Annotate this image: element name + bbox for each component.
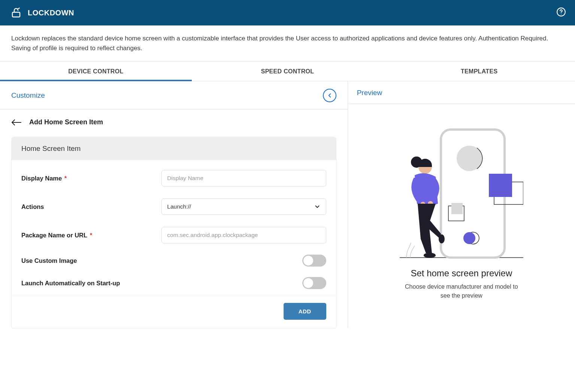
app-header: LOCKDOWN [0, 0, 575, 25]
svg-rect-0 [12, 12, 20, 17]
row-display-name: Display Name * [21, 164, 326, 192]
auto-launch-toggle[interactable] [302, 277, 326, 289]
card-title: Home Screen Item [12, 137, 336, 160]
svg-rect-8 [489, 174, 512, 197]
svg-rect-10 [451, 203, 463, 214]
app-title: LOCKDOWN [28, 9, 74, 17]
tab-templates[interactable]: TEMPLATES [383, 61, 575, 81]
custom-image-toggle[interactable] [302, 255, 326, 267]
preview-subtext: Choose device manufacturer and model to … [400, 282, 523, 300]
svg-point-12 [463, 232, 475, 244]
help-button[interactable] [556, 7, 566, 18]
tab-bar: DEVICE CONTROL SPEED CONTROL TEMPLATES [0, 61, 575, 81]
label-display-name: Display Name [21, 175, 62, 182]
preview-heading: Set home screen preview [411, 268, 512, 279]
required-icon: * [63, 175, 67, 182]
label-custom-image: Use Custom Image [21, 257, 77, 264]
required-icon: * [88, 232, 92, 238]
customize-title: Customize [11, 91, 45, 100]
actions-select[interactable]: Launch:// [161, 198, 326, 215]
row-auto-launch: Launch Automatically on Start-up [21, 272, 326, 294]
row-package: Package Name or URL * [21, 221, 326, 249]
collapse-panel-button[interactable] [323, 89, 336, 102]
back-arrow-icon[interactable] [11, 119, 22, 126]
preview-title-link: Preview [357, 89, 382, 97]
svg-point-17 [424, 253, 436, 258]
page-description: Lockdown replaces the standard device ho… [0, 25, 575, 61]
page-subtitle: Add Home Screen Item [29, 118, 103, 126]
unlock-icon [10, 7, 22, 18]
label-actions: Actions [21, 203, 44, 210]
breadcrumb-row: Add Home Screen Item [0, 109, 348, 130]
tab-speed-control[interactable]: SPEED CONTROL [192, 61, 384, 81]
right-panel: Preview [348, 81, 575, 328]
display-name-input[interactable] [161, 170, 326, 186]
customize-header: Customize [0, 81, 348, 109]
svg-point-6 [457, 146, 482, 171]
svg-point-18 [439, 234, 445, 243]
package-input[interactable] [161, 227, 326, 243]
left-panel: Customize Add Home Screen Item Home Scre… [0, 81, 348, 328]
preview-illustration [400, 127, 523, 261]
chevron-down-icon [314, 203, 321, 210]
tab-device-control[interactable]: DEVICE CONTROL [0, 61, 192, 81]
svg-point-2 [561, 14, 562, 15]
label-auto-launch: Launch Automatically on Start-up [21, 280, 120, 287]
home-screen-item-card: Home Screen Item Display Name * Actions [11, 137, 336, 328]
label-package: Package Name or URL [21, 232, 87, 238]
actions-selected-value: Launch:// [167, 203, 191, 210]
row-custom-image: Use Custom Image [21, 249, 326, 272]
add-button[interactable]: ADD [284, 303, 326, 320]
preview-header: Preview [348, 81, 575, 104]
row-actions: Actions Launch:// [21, 192, 326, 221]
